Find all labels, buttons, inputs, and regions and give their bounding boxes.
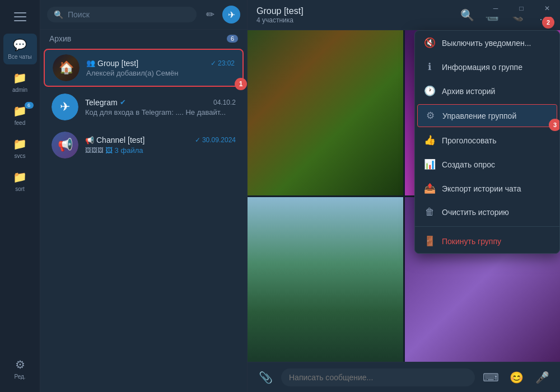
photo-landscape xyxy=(248,197,403,362)
circle-num-2: 2 xyxy=(542,16,554,29)
menu-item-create-poll[interactable]: 📊 Создать опрос xyxy=(415,152,559,176)
telegram-time: 04.10.2 xyxy=(213,99,236,106)
leave-icon: 🚪 xyxy=(424,235,435,247)
message-input[interactable] xyxy=(289,373,467,382)
attach-button[interactable]: 📎 xyxy=(255,367,276,388)
dropdown-menu: 🔇 Выключить уведомлен... ℹ Информация о … xyxy=(414,30,560,254)
archive-header[interactable]: Архив 6 xyxy=(40,30,247,48)
menu-item-export-history[interactable]: 📤 Экспорт истории чата xyxy=(415,176,559,200)
menu-item-label: Информация о группе xyxy=(442,63,522,72)
maximize-button[interactable]: □ xyxy=(508,0,534,17)
menu-item-group-info[interactable]: ℹ Информация о группе xyxy=(415,55,559,79)
main-chat: ─ □ ✕ Group [test] 4 участника 🔍 📹 📞 ⋮ 2… xyxy=(248,0,560,392)
channel-test-time: ✓ 30.09.2024 xyxy=(195,136,236,144)
menu-item-label: Очистить историю xyxy=(442,208,509,217)
thumbs-up-icon: 👍 xyxy=(424,134,435,146)
channel-test-avatar: 📢 xyxy=(52,132,78,158)
circle-num-1: 1 xyxy=(235,78,247,90)
menu-item-clear-history[interactable]: 🗑 Очистить историю xyxy=(415,200,559,224)
group-test-time: ✓ 23:02 xyxy=(211,59,235,67)
search-input-wrap[interactable]: 🔍 xyxy=(47,7,197,22)
menu-item-mute[interactable]: 🔇 Выключить уведомлен... xyxy=(415,31,559,55)
telegram-logo: ✈ xyxy=(222,6,240,24)
settings-icon: ⚙ xyxy=(15,358,25,371)
chat-item-group-test[interactable]: 🏠 👥 Group [test] ✓ 23:02 Алексей добавил… xyxy=(44,49,244,87)
search-right-icons: ✏ ✈ xyxy=(201,6,240,24)
channel-test-info: 📢 Channel [test] ✓ 30.09.2024 🖼🖼🖼 🖼 3 фа… xyxy=(85,136,236,155)
megaphone-icon: 📢 xyxy=(85,136,94,144)
info-icon: ℹ xyxy=(424,61,435,73)
chat-icon: 💬 xyxy=(13,38,27,52)
export-icon: 📤 xyxy=(424,183,435,194)
sidebar-item-settings[interactable]: ⚙ Ред. xyxy=(3,353,37,384)
trash-icon: 🗑 xyxy=(424,207,435,218)
sidebar-item-label: Все чаты xyxy=(8,54,31,60)
chat-list-panel: 🔍 ✏ ✈ Архив 6 🏠 👥 Group [test] ✓ 23:02 А… xyxy=(40,0,248,392)
search-input[interactable] xyxy=(68,10,190,19)
folder-icon: 📁 xyxy=(13,170,27,184)
menu-item-story-archive[interactable]: 🕐 Архив историй xyxy=(415,79,559,103)
sidebar-item-label: feed xyxy=(15,120,25,126)
verified-icon: ✔ xyxy=(120,98,126,106)
minimize-button[interactable]: ─ xyxy=(483,0,508,17)
sidebar-item-label: sort xyxy=(15,186,25,192)
clock-icon: 🕐 xyxy=(424,85,435,97)
sliders-icon: ⚙ xyxy=(424,110,436,122)
menu-item-vote[interactable]: 👍 Проголосовать xyxy=(415,128,559,152)
poll-icon: 📊 xyxy=(424,158,435,170)
menu-divider xyxy=(415,226,559,227)
chat-item-telegram[interactable]: ✈ Telegram ✔ 04.10.2 Код для входа в Tel… xyxy=(44,89,244,125)
menu-item-label: Архив историй xyxy=(442,87,495,96)
sidebar-item-label: Ред. xyxy=(14,374,25,380)
telegram-name: Telegram ✔ xyxy=(85,98,126,107)
chat-header-name: Group [test] xyxy=(256,6,457,16)
sidebar-item-label: admin xyxy=(12,87,27,93)
search-header-button[interactable]: 🔍 xyxy=(457,5,477,25)
group-icon: 👥 xyxy=(86,59,95,67)
archive-label: Архив xyxy=(49,34,71,43)
telegram-avatar: ✈ xyxy=(52,94,78,120)
feed-badge: 6 xyxy=(25,102,34,109)
photo-forest xyxy=(248,30,403,195)
chat-header-meta: 4 участника xyxy=(256,16,457,24)
sidebar-item-all-chats[interactable]: 💬 Все чаты xyxy=(3,34,37,64)
emoji-button[interactable]: 😊 xyxy=(506,367,526,388)
menu-item-label: Проголосовать xyxy=(442,136,496,145)
channel-test-preview: 🖼🖼🖼 🖼 3 файла xyxy=(85,146,236,155)
hamburger-button[interactable] xyxy=(9,6,31,28)
menu-item-manage-group[interactable]: ⚙ Управление группой 3 xyxy=(417,104,557,127)
close-button[interactable]: ✕ xyxy=(534,0,560,17)
sidebar-item-admin[interactable]: 📁 admin xyxy=(3,67,37,97)
circle-num-3: 3 xyxy=(549,119,560,131)
group-test-info: 👥 Group [test] ✓ 23:02 Алексей добавил(а… xyxy=(86,59,235,77)
chat-item-channel-test[interactable]: 📢 📢 Channel [test] ✓ 30.09.2024 🖼🖼🖼 🖼 3 … xyxy=(44,127,244,163)
menu-item-label: Выключить уведомлен... xyxy=(442,39,531,48)
telegram-preview: Код для входа в Telegram: .... Не давайт… xyxy=(85,108,236,116)
sidebar-item-sort[interactable]: 📁 sort xyxy=(3,166,37,197)
menu-item-label: Покинуть группу xyxy=(442,237,501,246)
pen-icon[interactable]: ✏ xyxy=(201,6,219,24)
sidebar-item-svcs[interactable]: 📁 svcs xyxy=(3,133,37,164)
search-icon: 🔍 xyxy=(54,10,63,19)
chat-input-wrap[interactable] xyxy=(281,368,475,386)
folder-icon: 📁 xyxy=(13,71,27,85)
search-bar: 🔍 ✏ ✈ xyxy=(40,0,247,30)
chat-input-bar: 📎 ⌨ 😊 🎤 xyxy=(248,362,560,392)
menu-item-leave-group[interactable]: 🚪 Покинуть группу xyxy=(415,229,559,253)
sidebar-item-label: svcs xyxy=(15,153,26,159)
chat-header-info: Group [test] 4 участника xyxy=(256,6,457,24)
folder-icon: 📁 xyxy=(13,137,27,151)
mute-icon: 🔇 xyxy=(424,37,435,49)
window-controls: ─ □ ✕ xyxy=(483,0,560,17)
telegram-info: Telegram ✔ 04.10.2 Код для входа в Teleg… xyxy=(85,98,236,116)
group-test-preview: Алексей добавил(а) Семён xyxy=(86,69,235,77)
sidebar-item-feed[interactable]: 📁 feed 6 xyxy=(3,100,37,130)
group-test-avatar: 🏠 xyxy=(53,54,80,81)
command-button[interactable]: ⌨ xyxy=(480,367,501,388)
menu-item-label: Управление группой xyxy=(442,111,516,120)
menu-item-label: Создать опрос xyxy=(442,160,495,169)
menu-item-label: Экспорт истории чата xyxy=(442,184,521,193)
channel-test-name: 📢 Channel [test] xyxy=(85,136,144,144)
voice-button[interactable]: 🎤 xyxy=(532,367,552,388)
narrow-sidebar: 💬 Все чаты 📁 admin 📁 feed 6 📁 svcs 📁 sor… xyxy=(0,0,40,392)
